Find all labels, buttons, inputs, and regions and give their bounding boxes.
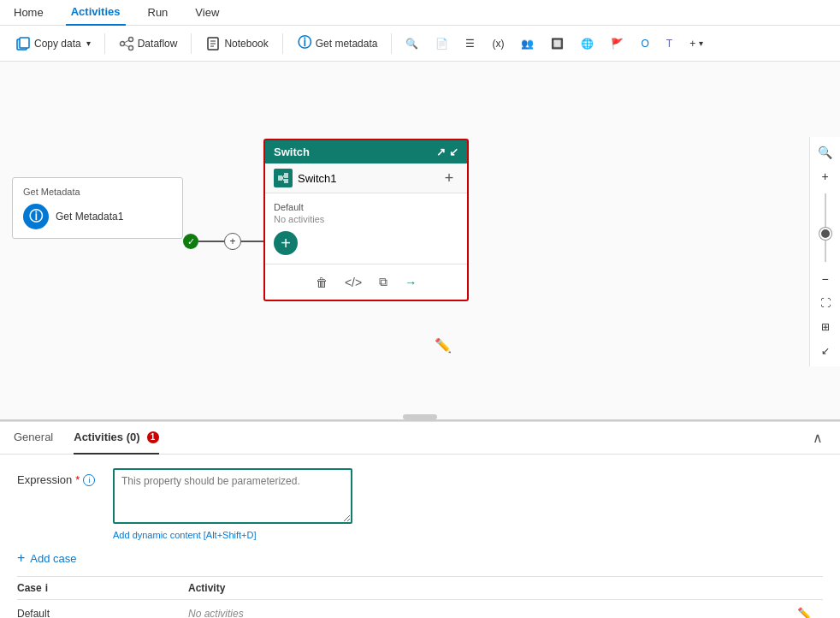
switch-body: Default No activities + ✏️ xyxy=(265,193,467,264)
expression-required-marker: * xyxy=(75,473,80,486)
tab-activities-label: Activities (0) xyxy=(74,431,139,443)
switch-no-activities-text: No activities xyxy=(274,214,458,224)
variable-toolbar-icon: (x) xyxy=(492,38,504,50)
switch-delete-button[interactable]: 🗑 xyxy=(312,272,331,293)
svg-line-15 xyxy=(282,175,284,178)
copy-data-icon xyxy=(15,36,31,51)
connector-add-button[interactable]: + xyxy=(224,233,241,250)
action-column-header xyxy=(797,582,823,594)
switch-case-bar: Switch1 + xyxy=(265,163,467,193)
dataflow-button[interactable]: Dataflow xyxy=(112,33,185,55)
case-column-header: Case i xyxy=(17,582,188,594)
people-toolbar-button[interactable]: 👥 xyxy=(514,34,541,53)
panel-tabs-left: General Activities (0) 1 xyxy=(14,422,159,455)
case-row-case: Default xyxy=(17,608,188,618)
notebook-label: Notebook xyxy=(224,38,268,50)
menu-home[interactable]: Home xyxy=(9,0,49,26)
svg-rect-12 xyxy=(278,175,282,181)
svg-point-4 xyxy=(128,37,133,41)
case-row-activity: No activities xyxy=(188,608,797,618)
svg-point-5 xyxy=(128,45,133,50)
switch-add-activity-button[interactable]: + xyxy=(274,231,298,255)
bottom-panel: General Activities (0) 1 ∧ Expression * … xyxy=(0,421,840,618)
code-icon: </> xyxy=(345,276,362,289)
switch-default-label: Default xyxy=(274,202,458,212)
notebook-button[interactable]: Notebook xyxy=(198,33,275,55)
add-case-row[interactable]: + Add case xyxy=(17,550,823,566)
zoom-out-button[interactable]: − xyxy=(815,269,836,289)
document-toolbar-button[interactable]: 📄 xyxy=(429,34,455,53)
copy-data-button[interactable]: Copy data ▾ xyxy=(9,33,98,55)
switch-add-case-button[interactable]: + xyxy=(440,169,458,187)
copy-data-label: Copy data xyxy=(34,38,81,50)
switch-copy-button[interactable]: ⧉ xyxy=(376,271,391,293)
switch-footer: 🗑 </> ⧉ → xyxy=(265,264,467,300)
list-toolbar-button[interactable]: ☰ xyxy=(458,34,482,53)
more-toolbar-button[interactable]: + ▾ xyxy=(683,34,710,53)
get-metadata-label: Get metadata xyxy=(316,38,378,50)
switch-collapse-icon[interactable]: ↙ xyxy=(449,146,458,158)
tab-activities[interactable]: Activities (0) 1 xyxy=(74,422,158,455)
switch-case-name: Switch1 xyxy=(298,172,337,185)
case-column-info-icon[interactable]: i xyxy=(45,582,48,594)
zoom-slider-thumb[interactable] xyxy=(819,228,831,240)
canvas-resize-handle[interactable] xyxy=(403,414,437,419)
switch-go-button[interactable]: → xyxy=(401,272,420,293)
globe-toolbar-button[interactable]: 🌐 xyxy=(574,34,600,53)
toolbar-sep-4 xyxy=(391,33,392,54)
search-zoom-button[interactable]: 🔍 xyxy=(815,142,836,163)
svg-line-6 xyxy=(124,40,129,43)
expression-textarea[interactable] xyxy=(113,468,352,524)
zoom-out-icon: − xyxy=(821,272,828,286)
switch-header-icons: ↗ ↙ xyxy=(436,146,458,158)
trash-icon: 🗑 xyxy=(316,276,328,289)
outlook-toolbar-button[interactable]: O xyxy=(634,34,655,53)
teams-toolbar-button[interactable]: T xyxy=(660,34,679,53)
globe-toolbar-icon: 🌐 xyxy=(581,38,594,50)
svg-point-3 xyxy=(120,41,124,45)
get-metadata-button[interactable]: ⓘ Get metadata xyxy=(290,33,385,55)
tab-general[interactable]: General xyxy=(14,422,53,455)
flag-toolbar-button[interactable]: 🚩 xyxy=(604,34,630,53)
search-toolbar-button[interactable]: 🔍 xyxy=(399,34,425,53)
zoom-controls: 🔍 + − ⛶ ⊞ ↙ xyxy=(809,137,840,366)
code-toolbar-button[interactable]: 🔲 xyxy=(544,34,571,53)
menu-activities[interactable]: Activities xyxy=(66,0,126,26)
dataflow-label: Dataflow xyxy=(138,38,178,50)
code-toolbar-icon: 🔲 xyxy=(551,38,564,50)
toolbar-sep-1 xyxy=(104,33,105,54)
toolbar-sep-3 xyxy=(282,33,283,54)
case-column-label: Case xyxy=(17,582,42,594)
people-toolbar-icon: 👥 xyxy=(521,38,534,50)
zoom-in-button[interactable]: + xyxy=(815,166,836,187)
add-case-plus-icon: + xyxy=(17,550,25,566)
teams-toolbar-icon: T xyxy=(666,38,672,50)
switch-container: Switch ↗ ↙ Switch1 xyxy=(263,139,469,301)
case-table-header: Case i Activity xyxy=(17,577,823,600)
activity-column-header: Activity xyxy=(188,582,797,594)
search-zoom-icon: 🔍 xyxy=(818,146,832,159)
zoom-in-icon: + xyxy=(821,169,828,183)
get-metadata-icon: ⓘ xyxy=(297,36,312,51)
menu-run[interactable]: Run xyxy=(143,0,174,26)
toolbar-sep-2 xyxy=(191,33,192,54)
zoom-fit-button[interactable]: ⛶ xyxy=(815,293,836,313)
zoom-distribute-button[interactable]: ⊞ xyxy=(815,317,836,337)
search-toolbar-icon: 🔍 xyxy=(405,38,418,50)
distribute-icon: ⊞ xyxy=(821,321,830,333)
variable-toolbar-button[interactable]: (x) xyxy=(485,34,511,53)
get-metadata-box-title: Get Metadata xyxy=(23,187,172,197)
copy-data-dropdown-icon: ▾ xyxy=(86,39,91,48)
switch-code-button[interactable]: </> xyxy=(341,272,365,293)
switch-expand-icon[interactable]: ↗ xyxy=(436,146,446,158)
menu-view[interactable]: View xyxy=(190,0,224,26)
switch-edit-icon[interactable]: ✏️ xyxy=(435,337,452,354)
switch-header-left: Switch xyxy=(274,146,310,158)
connector-line-1 xyxy=(198,241,224,242)
dynamic-content-link[interactable]: Add dynamic content [Alt+Shift+D] xyxy=(113,530,823,540)
case-row-edit-button[interactable]: ✏️ xyxy=(797,607,823,618)
zoom-collapse-button[interactable]: ↙ xyxy=(815,341,836,361)
expression-info-icon[interactable]: i xyxy=(83,474,95,486)
list-toolbar-icon: ☰ xyxy=(465,38,475,50)
panel-collapse-button[interactable]: ∧ xyxy=(809,426,826,449)
